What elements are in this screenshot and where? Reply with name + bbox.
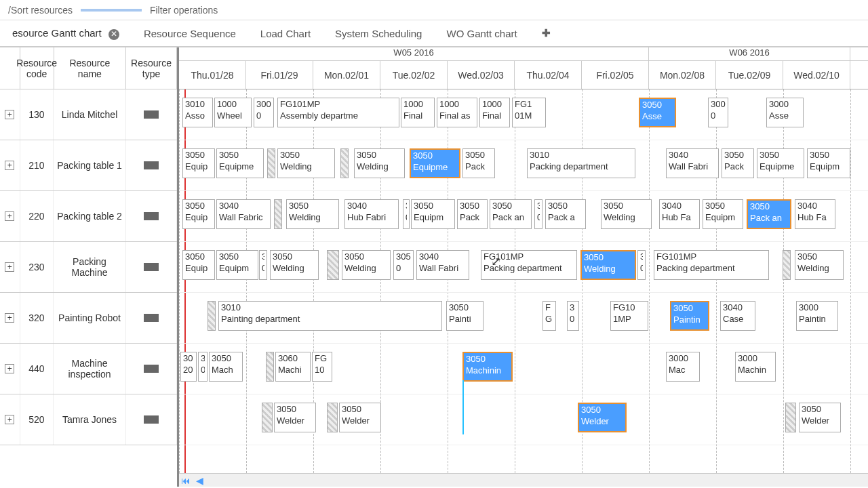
gantt-task[interactable]: 3040Wall Fabri — [666, 148, 719, 178]
expand-icon[interactable]: + — [5, 364, 14, 373]
gantt-task[interactable]: 3050Equipme — [410, 148, 460, 178]
gantt-row[interactable]: 3020303050Mach3060MachiFG103050Machinin3… — [179, 344, 868, 394]
gantt-task[interactable]: 3050Equipme — [757, 148, 804, 178]
gantt-task[interactable]: 3040Hub Fa — [795, 199, 835, 229]
grid-row[interactable]: +230Packing Machine — [0, 242, 177, 293]
gantt-task[interactable]: 3020 — [180, 352, 197, 382]
gantt-task[interactable]: 3050Equip — [182, 199, 215, 229]
gantt-task[interactable]: 3050Welding — [354, 148, 405, 178]
gantt-task[interactable]: 3050Pack — [457, 199, 488, 229]
expand-icon[interactable]: + — [5, 110, 14, 119]
gantt-row[interactable]: 3010Painting department3050PaintiFG30FG1… — [179, 293, 868, 344]
gantt-task[interactable]: 3050Machinin — [462, 352, 513, 382]
gantt-task[interactable]: 30 — [403, 199, 410, 229]
gantt-task[interactable]: 3050Welding — [795, 250, 844, 280]
grid-row[interactable]: +130Linda Mitchel — [0, 89, 177, 140]
gantt-task[interactable]: 3050Paintin — [670, 301, 709, 331]
tab-add[interactable]: ✚ — [530, 20, 563, 46]
col-name[interactable]: Resource name — [54, 47, 126, 89]
gantt-task[interactable] — [208, 301, 216, 331]
expand-icon[interactable]: + — [5, 262, 14, 272]
gantt-task[interactable]: 3050Welding — [580, 250, 636, 280]
col-code[interactable]: Resource code — [20, 47, 54, 89]
grid-row[interactable]: +440Machine inspection — [0, 344, 177, 394]
gantt-row[interactable]: 3050Equip3050Equipm303050Welding3050Weld… — [179, 242, 868, 293]
gantt-task[interactable]: 3050Pack — [462, 148, 495, 178]
gantt-task[interactable]: 3040Wall Fabri — [416, 250, 469, 280]
gantt-task[interactable]: 3040Hub Fa — [659, 199, 700, 229]
gantt-task[interactable] — [327, 250, 339, 280]
gantt-task[interactable]: FG101MPPacking department — [481, 250, 577, 280]
gantt-task[interactable]: 3050Pack an — [747, 199, 791, 229]
gantt-task[interactable]: 3050Asse — [639, 98, 676, 127]
grid-row[interactable]: +220Packing table 2 — [0, 191, 177, 242]
tab-system-scheduling[interactable]: System Scheduling — [323, 21, 434, 46]
gantt-task[interactable]: 3050Pack an — [490, 199, 532, 229]
gantt-task[interactable]: 30 — [567, 301, 579, 331]
gantt-task[interactable]: 3000 — [708, 98, 728, 127]
tab-resource-sequence[interactable]: Resource Sequence — [132, 21, 248, 46]
gantt-task[interactable] — [327, 403, 338, 432]
expand-icon[interactable]: + — [5, 415, 14, 424]
gantt-task[interactable]: 3000Mac — [666, 352, 700, 382]
gantt-task[interactable] — [266, 352, 274, 382]
close-icon[interactable]: ✕ — [108, 29, 119, 40]
gantt-task[interactable]: 3050Welder — [799, 403, 841, 432]
gantt-task[interactable]: FG101MP — [610, 301, 648, 331]
gantt-task[interactable]: FG101MPPacking department — [654, 250, 769, 280]
gantt-chart[interactable]: W05 2016W06 2016 Thu.01/28Fri.01/29Mon.0… — [179, 47, 868, 487]
gantt-row[interactable]: 3050Welder3050Welder3050Welder3050Welder — [179, 394, 868, 445]
gantt-task[interactable]: 1000Wheel — [214, 98, 252, 127]
gantt-task[interactable] — [340, 148, 349, 178]
gantt-task[interactable]: 30 — [637, 250, 646, 280]
gantt-task[interactable]: FG — [542, 301, 556, 331]
gantt-task[interactable]: 3050Equip — [182, 148, 215, 178]
gantt-task[interactable]: 3040Wall Fabric — [216, 199, 271, 229]
gantt-task[interactable]: 3050Equipm — [411, 199, 455, 229]
gantt-task[interactable]: 3050Welding — [270, 250, 319, 280]
gantt-task[interactable]: 3050Welding — [286, 199, 339, 229]
gantt-task[interactable]: 1000Final — [479, 98, 510, 127]
gantt-task[interactable]: 3040Hub Fabri — [344, 199, 399, 229]
chart-body[interactable]: 3010Asso1000Wheel3000FG101MPAssembly dep… — [179, 89, 868, 473]
expand-icon[interactable]: + — [5, 211, 14, 221]
gantt-task[interactable]: 3050Equip — [182, 250, 215, 280]
gantt-task[interactable]: 30 — [259, 250, 267, 280]
gantt-task[interactable]: FG10 — [312, 352, 332, 382]
gantt-task[interactable]: 3050Equipme — [216, 148, 264, 178]
gantt-task[interactable] — [262, 403, 273, 432]
gantt-task[interactable] — [783, 250, 791, 280]
gantt-task[interactable]: 3050Mach — [209, 352, 243, 382]
gantt-task[interactable]: FG101M — [512, 98, 546, 127]
gantt-task[interactable]: 3000 — [254, 98, 274, 127]
gantt-task[interactable]: 3050Welding — [342, 250, 391, 280]
filter-operations[interactable]: Filter operations — [142, 3, 226, 17]
gantt-task[interactable] — [274, 199, 282, 229]
gantt-task[interactable]: 3000Paintin — [796, 301, 838, 331]
gantt-task[interactable]: 3000Asse — [766, 98, 804, 127]
gantt-task[interactable]: FG101MPAssembly departme — [277, 98, 399, 127]
grid-row[interactable]: +320Painting Robot — [0, 293, 177, 344]
gantt-task[interactable]: 3050Welder — [339, 403, 381, 432]
gantt-task[interactable]: 3040Case — [720, 301, 755, 331]
gantt-row[interactable]: 3050Equip3040Wall Fabric3050Welding3040H… — [179, 191, 868, 242]
gantt-task[interactable]: 3010Packing department — [527, 148, 635, 178]
gantt-task[interactable]: 3050Equipm — [216, 250, 258, 280]
gantt-task[interactable]: 3050Welder — [578, 403, 627, 432]
gantt-task[interactable]: 30 — [198, 352, 208, 382]
tab-resource-gantt[interactable]: esource Gantt chart ✕ — [0, 20, 132, 47]
gantt-task[interactable]: 3050Equipm — [703, 199, 743, 229]
expand-icon[interactable]: + — [5, 161, 14, 170]
expand-icon[interactable]: + — [5, 313, 14, 323]
tab-load-chart[interactable]: Load Chart — [248, 21, 323, 46]
gantt-row[interactable]: 3050Equip3050Equipme3050Welding3050Weldi… — [179, 140, 868, 191]
filter-sort[interactable]: /Sort resources — [0, 3, 81, 17]
gantt-task[interactable]: 3060Machi — [275, 352, 311, 382]
gantt-task[interactable]: 3010Painting department — [218, 301, 442, 331]
gantt-task[interactable]: 3050Equipm — [807, 148, 850, 178]
gantt-task[interactable]: 1000Final — [401, 98, 435, 127]
horizontal-scrollbar[interactable]: ⏮ ◀ — [179, 473, 868, 487]
gantt-task[interactable]: 3050Welding — [601, 199, 652, 229]
scroll-first-icon[interactable]: ⏮ — [179, 474, 193, 487]
gantt-task[interactable]: 3050Painti — [446, 301, 484, 331]
